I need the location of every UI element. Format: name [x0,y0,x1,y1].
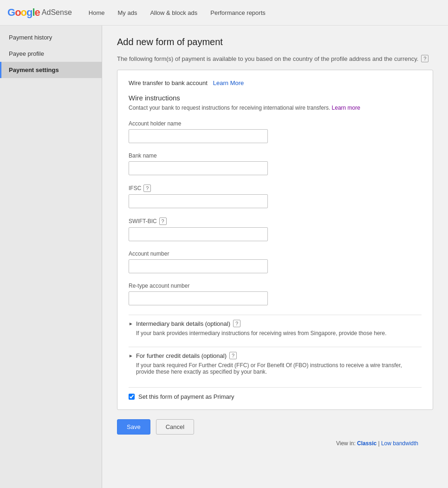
intermediary-bank-desc: If your bank provides intermediary instr… [136,330,422,336]
label-ifsc-text: IFSC [129,185,141,191]
label-swift-bic-text: SWIFT-BIC [129,218,157,224]
description-help-icon[interactable]: ? [421,55,429,62]
intermediary-bank-help-icon[interactable]: ? [233,320,240,327]
input-bank-name[interactable] [129,161,268,175]
label-account-number: Account number [129,251,422,257]
wire-title: Wire transfer to bank account [129,79,208,86]
input-ifsc[interactable] [129,194,268,208]
label-swift-bic: SWIFT-BIC ? [129,218,422,225]
field-swift-bic: SWIFT-BIC ? [129,218,422,241]
primary-checkbox-label: Set this form of payment as Primary [138,393,234,400]
page-layout: Payment history Payee profile Payment se… [0,26,448,488]
footer-classic-link[interactable]: Classic [357,440,377,447]
field-account-number: Account number [129,251,422,273]
form-buttons: Save Cancel [117,419,433,435]
nav-performance-reports[interactable]: Performance reports [205,7,271,19]
top-nav: Google AdSense Home My ads Allow & block… [0,0,448,26]
label-account-holder-name: Account holder name [129,120,422,127]
google-logo: Google [7,7,40,19]
further-credit-arrow-icon: ► [129,353,133,358]
save-button[interactable]: Save [117,419,150,435]
input-swift-bic[interactable] [129,227,268,241]
nav-my-ads[interactable]: My ads [112,7,143,19]
further-credit-desc: If your bank required For Further Credit… [136,362,422,375]
label-bank-name: Bank name [129,152,422,159]
sidebar-item-payment-history[interactable]: Payment history [0,29,102,46]
wire-header: Wire transfer to bank account Learn More [129,79,422,86]
field-ifsc: IFSC ? [129,185,422,208]
page-description: The following form(s) of payment is avai… [117,55,433,62]
instructions-learn-more-link[interactable]: Learn more [332,105,360,111]
adsense-logo: AdSense [42,8,72,17]
sidebar: Payment history Payee profile Payment se… [0,26,102,488]
footer-view-in: View in: [336,440,356,447]
footer-low-bandwidth-link[interactable]: Low bandwidth [381,440,418,447]
payment-form-card: Wire transfer to bank account Learn More… [117,70,433,410]
main-nav: Home My ads Allow & block ads Performanc… [83,7,271,19]
nav-home[interactable]: Home [83,7,110,19]
cancel-button[interactable]: Cancel [156,419,194,435]
nav-allow-block-ads[interactable]: Allow & block ads [144,7,203,19]
wire-instructions: Wire instructions Contact your bank to r… [129,94,422,111]
wire-learn-more-link[interactable]: Learn More [213,79,244,86]
logo-area: Google AdSense [7,7,72,19]
sidebar-item-payee-profile[interactable]: Payee profile [0,46,102,62]
field-retype-account-number: Re-type account number [129,283,422,305]
primary-checkbox[interactable] [129,394,135,400]
main-content: Add new form of payment The following fo… [102,26,448,488]
further-credit-section: ► For further credit details (optional) … [129,347,422,380]
page-title: Add new form of payment [117,37,433,47]
further-credit-header[interactable]: ► For further credit details (optional) … [129,352,422,359]
label-retype-account-number: Re-type account number [129,283,422,289]
field-account-holder-name: Account holder name [129,120,422,143]
footer: View in: Classic | Low bandwidth [117,435,433,452]
wire-instructions-title: Wire instructions [129,94,422,102]
ifsc-help-icon[interactable]: ? [143,185,151,192]
intermediary-bank-arrow-icon: ► [129,321,133,326]
instructions-desc-text: Contact your bank to request instruction… [129,105,330,111]
input-account-number[interactable] [129,259,268,273]
label-ifsc: IFSC ? [129,185,422,192]
intermediary-bank-section: ► Intermediary bank details (optional) ?… [129,315,422,341]
further-credit-help-icon[interactable]: ? [229,352,237,359]
field-bank-name: Bank name [129,152,422,175]
intermediary-bank-title: Intermediary bank details (optional) [136,320,230,327]
intermediary-bank-header[interactable]: ► Intermediary bank details (optional) ? [129,320,422,327]
primary-checkbox-row: Set this form of payment as Primary [129,387,422,400]
wire-instructions-desc: Contact your bank to request instruction… [129,105,422,111]
input-retype-account-number[interactable] [129,291,268,305]
further-credit-title: For further credit details (optional) [136,352,227,359]
sidebar-item-payment-settings[interactable]: Payment settings [0,62,102,78]
description-text: The following form(s) of payment is avai… [117,55,418,62]
input-account-holder-name[interactable] [129,129,268,143]
swift-bic-help-icon[interactable]: ? [159,218,167,225]
